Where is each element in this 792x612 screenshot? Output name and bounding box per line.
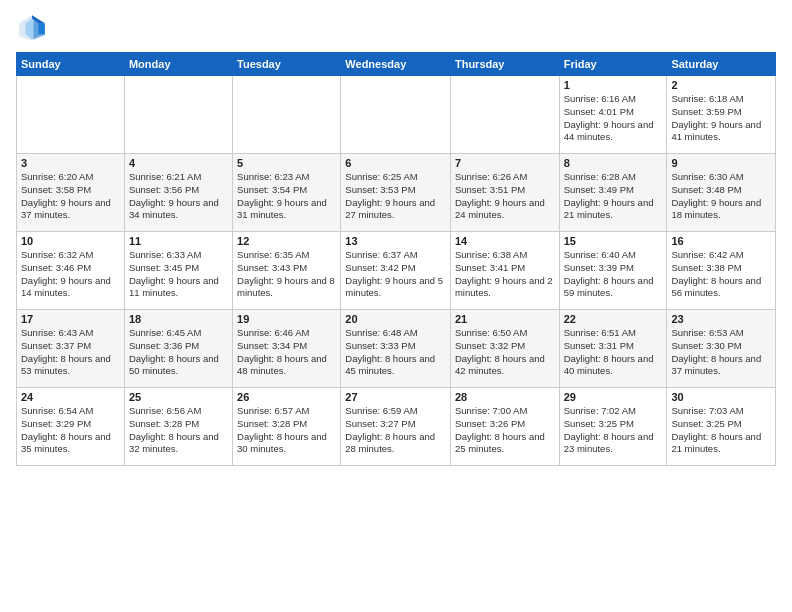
day-cell: 2Sunrise: 6:18 AM Sunset: 3:59 PM Daylig… bbox=[667, 76, 776, 154]
day-cell: 27Sunrise: 6:59 AM Sunset: 3:27 PM Dayli… bbox=[341, 388, 451, 466]
day-cell: 14Sunrise: 6:38 AM Sunset: 3:41 PM Dayli… bbox=[450, 232, 559, 310]
col-header-wednesday: Wednesday bbox=[341, 53, 451, 76]
day-number: 5 bbox=[237, 157, 336, 169]
col-header-saturday: Saturday bbox=[667, 53, 776, 76]
week-row-1: 1Sunrise: 6:16 AM Sunset: 4:01 PM Daylig… bbox=[17, 76, 776, 154]
day-cell: 3Sunrise: 6:20 AM Sunset: 3:58 PM Daylig… bbox=[17, 154, 125, 232]
day-info: Sunrise: 7:03 AM Sunset: 3:25 PM Dayligh… bbox=[671, 405, 771, 456]
day-info: Sunrise: 6:56 AM Sunset: 3:28 PM Dayligh… bbox=[129, 405, 228, 456]
col-header-tuesday: Tuesday bbox=[233, 53, 341, 76]
day-number: 7 bbox=[455, 157, 555, 169]
day-cell: 17Sunrise: 6:43 AM Sunset: 3:37 PM Dayli… bbox=[17, 310, 125, 388]
svg-marker-3 bbox=[38, 23, 44, 34]
day-info: Sunrise: 6:37 AM Sunset: 3:42 PM Dayligh… bbox=[345, 249, 446, 300]
day-cell: 1Sunrise: 6:16 AM Sunset: 4:01 PM Daylig… bbox=[559, 76, 667, 154]
calendar-header-row: SundayMondayTuesdayWednesdayThursdayFrid… bbox=[17, 53, 776, 76]
day-cell: 28Sunrise: 7:00 AM Sunset: 3:26 PM Dayli… bbox=[450, 388, 559, 466]
day-number: 17 bbox=[21, 313, 120, 325]
day-info: Sunrise: 6:23 AM Sunset: 3:54 PM Dayligh… bbox=[237, 171, 336, 222]
day-info: Sunrise: 6:40 AM Sunset: 3:39 PM Dayligh… bbox=[564, 249, 663, 300]
day-info: Sunrise: 6:54 AM Sunset: 3:29 PM Dayligh… bbox=[21, 405, 120, 456]
day-number: 16 bbox=[671, 235, 771, 247]
day-number: 13 bbox=[345, 235, 446, 247]
day-cell: 11Sunrise: 6:33 AM Sunset: 3:45 PM Dayli… bbox=[124, 232, 232, 310]
header bbox=[16, 12, 776, 44]
day-number: 12 bbox=[237, 235, 336, 247]
day-cell: 15Sunrise: 6:40 AM Sunset: 3:39 PM Dayli… bbox=[559, 232, 667, 310]
day-info: Sunrise: 6:45 AM Sunset: 3:36 PM Dayligh… bbox=[129, 327, 228, 378]
day-number: 23 bbox=[671, 313, 771, 325]
day-info: Sunrise: 6:33 AM Sunset: 3:45 PM Dayligh… bbox=[129, 249, 228, 300]
day-cell bbox=[450, 76, 559, 154]
day-number: 26 bbox=[237, 391, 336, 403]
day-info: Sunrise: 6:48 AM Sunset: 3:33 PM Dayligh… bbox=[345, 327, 446, 378]
day-info: Sunrise: 6:21 AM Sunset: 3:56 PM Dayligh… bbox=[129, 171, 228, 222]
day-cell: 10Sunrise: 6:32 AM Sunset: 3:46 PM Dayli… bbox=[17, 232, 125, 310]
day-cell: 25Sunrise: 6:56 AM Sunset: 3:28 PM Dayli… bbox=[124, 388, 232, 466]
day-info: Sunrise: 6:51 AM Sunset: 3:31 PM Dayligh… bbox=[564, 327, 663, 378]
day-cell: 22Sunrise: 6:51 AM Sunset: 3:31 PM Dayli… bbox=[559, 310, 667, 388]
day-number: 20 bbox=[345, 313, 446, 325]
day-info: Sunrise: 6:20 AM Sunset: 3:58 PM Dayligh… bbox=[21, 171, 120, 222]
day-number: 11 bbox=[129, 235, 228, 247]
day-info: Sunrise: 7:00 AM Sunset: 3:26 PM Dayligh… bbox=[455, 405, 555, 456]
day-info: Sunrise: 6:43 AM Sunset: 3:37 PM Dayligh… bbox=[21, 327, 120, 378]
day-cell: 20Sunrise: 6:48 AM Sunset: 3:33 PM Dayli… bbox=[341, 310, 451, 388]
day-cell: 26Sunrise: 6:57 AM Sunset: 3:28 PM Dayli… bbox=[233, 388, 341, 466]
day-number: 25 bbox=[129, 391, 228, 403]
day-number: 21 bbox=[455, 313, 555, 325]
day-info: Sunrise: 6:53 AM Sunset: 3:30 PM Dayligh… bbox=[671, 327, 771, 378]
day-cell: 18Sunrise: 6:45 AM Sunset: 3:36 PM Dayli… bbox=[124, 310, 232, 388]
day-info: Sunrise: 6:59 AM Sunset: 3:27 PM Dayligh… bbox=[345, 405, 446, 456]
week-row-3: 10Sunrise: 6:32 AM Sunset: 3:46 PM Dayli… bbox=[17, 232, 776, 310]
day-cell: 13Sunrise: 6:37 AM Sunset: 3:42 PM Dayli… bbox=[341, 232, 451, 310]
day-cell: 19Sunrise: 6:46 AM Sunset: 3:34 PM Dayli… bbox=[233, 310, 341, 388]
day-info: Sunrise: 6:46 AM Sunset: 3:34 PM Dayligh… bbox=[237, 327, 336, 378]
day-number: 6 bbox=[345, 157, 446, 169]
day-number: 30 bbox=[671, 391, 771, 403]
day-number: 22 bbox=[564, 313, 663, 325]
day-cell: 6Sunrise: 6:25 AM Sunset: 3:53 PM Daylig… bbox=[341, 154, 451, 232]
col-header-sunday: Sunday bbox=[17, 53, 125, 76]
day-number: 24 bbox=[21, 391, 120, 403]
day-info: Sunrise: 6:50 AM Sunset: 3:32 PM Dayligh… bbox=[455, 327, 555, 378]
day-number: 15 bbox=[564, 235, 663, 247]
day-cell bbox=[341, 76, 451, 154]
day-cell: 5Sunrise: 6:23 AM Sunset: 3:54 PM Daylig… bbox=[233, 154, 341, 232]
day-info: Sunrise: 6:42 AM Sunset: 3:38 PM Dayligh… bbox=[671, 249, 771, 300]
day-cell: 7Sunrise: 6:26 AM Sunset: 3:51 PM Daylig… bbox=[450, 154, 559, 232]
week-row-4: 17Sunrise: 6:43 AM Sunset: 3:37 PM Dayli… bbox=[17, 310, 776, 388]
day-info: Sunrise: 6:18 AM Sunset: 3:59 PM Dayligh… bbox=[671, 93, 771, 144]
week-row-2: 3Sunrise: 6:20 AM Sunset: 3:58 PM Daylig… bbox=[17, 154, 776, 232]
week-row-5: 24Sunrise: 6:54 AM Sunset: 3:29 PM Dayli… bbox=[17, 388, 776, 466]
day-cell: 9Sunrise: 6:30 AM Sunset: 3:48 PM Daylig… bbox=[667, 154, 776, 232]
day-cell: 23Sunrise: 6:53 AM Sunset: 3:30 PM Dayli… bbox=[667, 310, 776, 388]
day-number: 4 bbox=[129, 157, 228, 169]
day-cell: 29Sunrise: 7:02 AM Sunset: 3:25 PM Dayli… bbox=[559, 388, 667, 466]
day-number: 10 bbox=[21, 235, 120, 247]
day-cell: 4Sunrise: 6:21 AM Sunset: 3:56 PM Daylig… bbox=[124, 154, 232, 232]
day-cell bbox=[233, 76, 341, 154]
day-info: Sunrise: 6:28 AM Sunset: 3:49 PM Dayligh… bbox=[564, 171, 663, 222]
calendar-table: SundayMondayTuesdayWednesdayThursdayFrid… bbox=[16, 52, 776, 466]
day-number: 18 bbox=[129, 313, 228, 325]
day-number: 1 bbox=[564, 79, 663, 91]
logo-icon bbox=[16, 12, 48, 44]
day-number: 9 bbox=[671, 157, 771, 169]
day-info: Sunrise: 6:25 AM Sunset: 3:53 PM Dayligh… bbox=[345, 171, 446, 222]
day-number: 28 bbox=[455, 391, 555, 403]
day-cell: 8Sunrise: 6:28 AM Sunset: 3:49 PM Daylig… bbox=[559, 154, 667, 232]
day-number: 3 bbox=[21, 157, 120, 169]
day-info: Sunrise: 6:32 AM Sunset: 3:46 PM Dayligh… bbox=[21, 249, 120, 300]
day-cell bbox=[124, 76, 232, 154]
col-header-monday: Monday bbox=[124, 53, 232, 76]
day-number: 2 bbox=[671, 79, 771, 91]
day-info: Sunrise: 6:30 AM Sunset: 3:48 PM Dayligh… bbox=[671, 171, 771, 222]
logo bbox=[16, 12, 52, 44]
day-info: Sunrise: 6:26 AM Sunset: 3:51 PM Dayligh… bbox=[455, 171, 555, 222]
col-header-friday: Friday bbox=[559, 53, 667, 76]
day-info: Sunrise: 7:02 AM Sunset: 3:25 PM Dayligh… bbox=[564, 405, 663, 456]
day-cell: 21Sunrise: 6:50 AM Sunset: 3:32 PM Dayli… bbox=[450, 310, 559, 388]
day-number: 19 bbox=[237, 313, 336, 325]
day-number: 29 bbox=[564, 391, 663, 403]
